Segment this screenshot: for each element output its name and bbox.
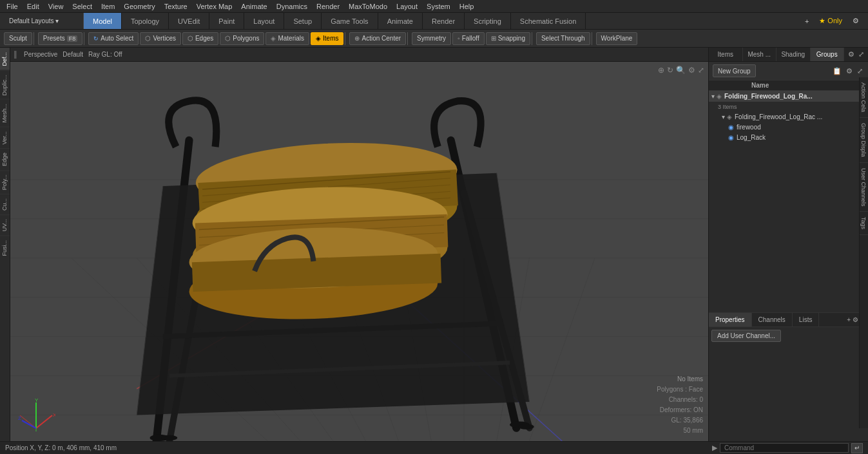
sculpt-button[interactable]: Sculpt <box>4 32 32 45</box>
auto-select-button[interactable]: ↻ Auto Select <box>88 32 139 45</box>
viewport[interactable]: ▌ Perspective Default Ray GL: Off <box>10 48 708 441</box>
rvtab-user-channels[interactable]: User Channels <box>860 163 868 213</box>
right-panel-settings-icon[interactable]: ⚙ <box>847 50 856 59</box>
viewport-type-indicator: ▌ <box>14 51 19 58</box>
groups-icon-3[interactable]: ⤢ <box>856 67 864 75</box>
menu-file[interactable]: File <box>3 0 22 12</box>
left-tab-uv[interactable]: UV... <box>0 214 10 235</box>
menu-maxtomodo[interactable]: MaxToModo <box>345 0 391 12</box>
tab-topology[interactable]: Topology <box>122 13 169 29</box>
edges-button[interactable]: ⬡ Edges <box>182 32 218 45</box>
symmetry-button[interactable]: Symmetry <box>412 32 451 45</box>
tab-paint[interactable]: Paint <box>209 13 244 29</box>
col-vis1 <box>713 82 719 89</box>
props-tab-lists[interactable]: Lists <box>793 313 820 326</box>
right-tab-shading[interactable]: Shading <box>776 48 811 61</box>
menu-select[interactable]: Select <box>68 0 96 12</box>
tree-item-1[interactable]: ◉ firewood <box>709 122 868 133</box>
menu-help[interactable]: Help <box>456 0 478 12</box>
left-tab-cu[interactable]: Cu... <box>0 194 10 214</box>
action-center-button[interactable]: ⊕ Action Center <box>349 32 406 45</box>
command-prompt-icon: ▶ <box>712 444 717 452</box>
right-panel: Items Mesh ... Shading Groups ⚙ ⤢ New Gr… <box>708 48 868 441</box>
tab-schematic-fusion[interactable]: Schematic Fusion <box>511 13 586 29</box>
menu-layout[interactable]: Layout <box>392 0 421 12</box>
right-panel-expand-icon[interactable]: ⤢ <box>857 50 865 59</box>
status-bar: Position X, Y, Z: 0 m, 406 mm, 410 mm ▶ … <box>0 441 868 454</box>
items-button[interactable]: ◈ Items <box>311 32 343 45</box>
tab-scripting[interactable]: Scripting <box>465 13 511 29</box>
viewport-refresh-icon[interactable]: ↻ <box>667 66 673 75</box>
tab-uvedit[interactable]: UVEdit <box>169 13 209 29</box>
tab-game-tools[interactable]: Game Tools <box>322 13 378 29</box>
toolbar: Sculpt Presets F8 ↻ Auto Select ⬡ Vertic… <box>0 30 868 48</box>
tab-render[interactable]: Render <box>423 13 465 29</box>
left-tab-def[interactable]: Def... <box>0 48 10 70</box>
viewport-orbit-icon[interactable]: ⊕ <box>658 66 664 75</box>
rvtab-group-displa[interactable]: Group Displa <box>860 118 868 163</box>
menu-texture[interactable]: Texture <box>160 0 191 12</box>
add-user-channel-button[interactable]: Add User Channel... <box>711 330 781 342</box>
tab-setup[interactable]: Setup <box>284 13 322 29</box>
new-group-button[interactable]: New Group <box>713 64 756 77</box>
materials-button[interactable]: ◈ Materials <box>265 32 309 45</box>
settings-icon[interactable]: ⚙ <box>849 17 863 25</box>
properties-tabs: Properties Channels Lists + ⚙ ⤢ <box>709 313 868 327</box>
props-panel-expand-icon[interactable]: + <box>847 316 851 323</box>
command-bar: ▶ ↵ <box>117 443 863 453</box>
tab-model[interactable]: Model <box>84 13 122 29</box>
snapping-button[interactable]: ⊞ Snapping <box>486 32 530 45</box>
command-run-button[interactable]: ↵ <box>851 443 863 453</box>
right-tab-mesh[interactable]: Mesh ... <box>743 48 777 61</box>
menu-view[interactable]: View <box>44 0 68 12</box>
tab-layout[interactable]: Layout <box>244 13 284 29</box>
viewport-content[interactable]: ⊕ ↻ 🔍 ⚙ ⤢ X Y Z <box>10 62 708 441</box>
presets-button[interactable]: Presets F8 <box>38 32 82 45</box>
groups-icon-2[interactable]: ⚙ <box>845 67 854 75</box>
menu-animate[interactable]: Animate <box>237 0 271 12</box>
menu-item[interactable]: Item <box>97 0 119 12</box>
select-through-button[interactable]: Select Through <box>536 32 590 45</box>
rvtab-action-cela[interactable]: Action Cela <box>860 77 868 118</box>
props-tab-channels[interactable]: Channels <box>752 313 793 326</box>
tab-animate[interactable]: Animate <box>378 13 423 29</box>
right-tab-items[interactable]: Items <box>709 48 743 61</box>
viewport-zoom-icon[interactable]: 🔍 <box>676 66 686 75</box>
left-tab-fusi[interactable]: Fusi... <box>0 236 10 260</box>
groups-icon-1[interactable]: 📋 <box>831 67 843 75</box>
falloff-button[interactable]: ◦ Falloff <box>452 32 485 45</box>
tree-sub-info: 3 Items <box>709 102 868 112</box>
properties-panel: Properties Channels Lists + ⚙ ⤢ Add User… <box>709 312 868 441</box>
only-button[interactable]: ★ Only <box>815 17 846 25</box>
tree-root-row[interactable]: ▾ ◈ Folding_Firewood_Log_Ra... <box>709 91 868 102</box>
right-tab-groups[interactable]: Groups <box>811 48 845 61</box>
props-tab-properties[interactable]: Properties <box>709 313 752 326</box>
left-tab-poly[interactable]: Poly... <box>0 170 10 194</box>
viewport-settings-icon[interactable]: ⚙ <box>688 66 695 75</box>
menu-edit[interactable]: Edit <box>23 0 43 12</box>
rvtab-tags[interactable]: Tags <box>860 212 868 235</box>
polygons-button[interactable]: ⬡ Polygons <box>220 32 264 45</box>
menu-dynamics[interactable]: Dynamics <box>273 0 311 12</box>
command-input[interactable] <box>720 443 849 453</box>
menu-geometry[interactable]: Geometry <box>120 0 159 12</box>
left-tab-mesh[interactable]: Mesh... <box>0 99 10 127</box>
tree-item-0[interactable]: ▾ ◈ Folding_Firewood_Log_Rac ... <box>709 112 868 122</box>
layout-dropdown[interactable]: Default Layouts ▾ <box>0 13 84 29</box>
vertices-button[interactable]: ⬡ Vertices <box>140 32 181 45</box>
tree-item-2[interactable]: ◉ Log_Rack <box>709 133 868 143</box>
viewport-expand-icon[interactable]: ⤢ <box>698 66 704 75</box>
left-tab-duplic[interactable]: Duplic... <box>0 70 10 100</box>
menu-render[interactable]: Render <box>313 0 343 12</box>
viewport-info-overlay: No Items Polygons : Face Channels: 0 Def… <box>657 374 703 436</box>
tree-item-0-expand: ▾ <box>722 113 725 120</box>
left-tab-ver[interactable]: Ver... <box>0 127 10 149</box>
tree-root-type-icon: ◈ <box>717 93 722 100</box>
menu-vertex-map[interactable]: Vertex Map <box>193 0 236 12</box>
props-panel-settings-icon[interactable]: ⚙ <box>853 316 858 323</box>
left-tab-edge[interactable]: Edge <box>0 148 10 170</box>
mode-bar: Default Layouts ▾ Model Topology UVEdit … <box>0 13 868 30</box>
workplane-button[interactable]: WorkPlane <box>596 32 638 45</box>
add-tab-button[interactable]: + <box>801 17 813 25</box>
menu-system[interactable]: System <box>423 0 454 12</box>
